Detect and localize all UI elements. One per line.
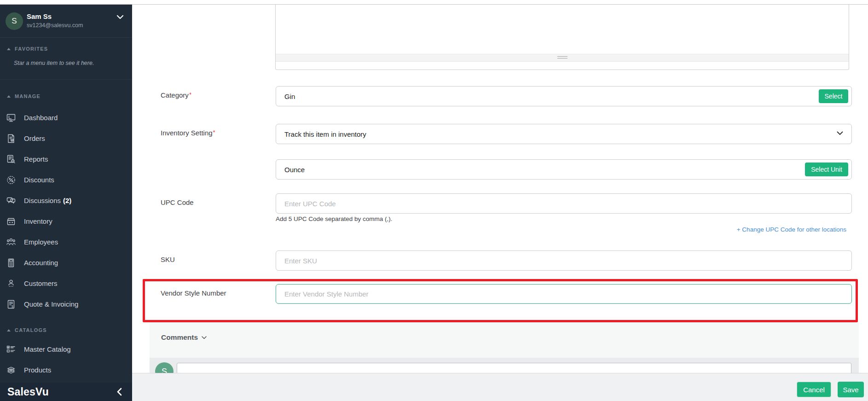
cancel-button[interactable]: Cancel bbox=[797, 382, 831, 397]
select-unit-button[interactable]: Select Unit bbox=[805, 163, 848, 176]
catalogs-header[interactable]: CATALOGS bbox=[0, 327, 132, 333]
sidebar-item-customers[interactable]: Customers bbox=[0, 273, 132, 294]
quote-invoicing-icon: $ bbox=[6, 299, 16, 309]
sidebar-item-label: Orders bbox=[24, 134, 45, 142]
browser-edge-strip bbox=[0, 0, 868, 5]
sidebar-item-accounting[interactable]: Accounting bbox=[0, 252, 132, 273]
discussions-count-badge: (2) bbox=[63, 197, 71, 204]
favorites-empty-note: Star a menu item to see it here. bbox=[14, 60, 132, 66]
action-footer: Cancel Save bbox=[132, 373, 868, 401]
products-icon bbox=[6, 365, 16, 375]
sidebar-item-label: Discounts bbox=[24, 176, 54, 184]
category-value: Gin bbox=[284, 93, 295, 100]
sidebar-item-label: Discussions bbox=[24, 197, 61, 204]
user-name: Sam Ss bbox=[27, 11, 125, 20]
inventory-setting-value: Track this item in inventory bbox=[284, 130, 366, 138]
sidebar-item-inventory[interactable]: Inventory bbox=[0, 211, 132, 232]
category-label: Category* bbox=[161, 91, 191, 99]
sidebar-item-label: Products bbox=[24, 366, 51, 374]
sidebar-item-dashboard[interactable]: Dashboard bbox=[0, 107, 132, 128]
category-select-button[interactable]: Select bbox=[819, 89, 848, 103]
triangle-up-icon bbox=[7, 329, 11, 331]
avatar: S bbox=[6, 12, 23, 30]
sidebar-item-products[interactable]: Products bbox=[0, 360, 132, 380]
sidebar-item-master-catalog[interactable]: Master Catalog bbox=[0, 339, 132, 360]
salesvu-logo: SalesVu bbox=[7, 386, 49, 398]
chevron-left-icon[interactable] bbox=[116, 388, 122, 396]
avatar-initial: S bbox=[12, 17, 17, 26]
chevron-down-icon[interactable] bbox=[116, 15, 124, 19]
sidebar-item-label: Customers bbox=[24, 279, 58, 287]
category-field[interactable]: Gin bbox=[276, 86, 852, 106]
comments-header-label: Comments bbox=[161, 333, 198, 342]
upc-helper-text: Add 5 UPC Code separated by comma (,). bbox=[276, 215, 393, 222]
manage-header[interactable]: MANAGE bbox=[0, 93, 132, 99]
chevron-down-icon[interactable] bbox=[837, 131, 843, 135]
inventory-setting-label: Inventory Setting* bbox=[161, 129, 215, 137]
sku-input[interactable] bbox=[276, 250, 852, 271]
customers-icon bbox=[6, 279, 16, 289]
orders-icon bbox=[6, 134, 16, 144]
discounts-icon bbox=[6, 175, 16, 185]
sidebar-item-discounts[interactable]: Discounts bbox=[0, 169, 132, 190]
inventory-setting-select[interactable]: Track this item in inventory bbox=[276, 124, 852, 144]
svg-text:$: $ bbox=[12, 304, 13, 308]
change-upc-link[interactable]: + Change UPC Code for other locations bbox=[737, 226, 846, 233]
manage-nav: Dashboard Orders Reports Discounts bbox=[0, 107, 132, 314]
favorites-header-label: FAVORITES bbox=[15, 46, 48, 52]
save-button[interactable]: Save bbox=[838, 382, 864, 397]
favorites-header[interactable]: FAVORITES bbox=[0, 46, 132, 52]
manage-header-label: MANAGE bbox=[15, 93, 41, 99]
user-email: sv1234@salesvu.com bbox=[27, 22, 125, 29]
sidebar-item-quote-invoicing[interactable]: $ Quote & Invoicing bbox=[0, 294, 132, 314]
sku-label: SKU bbox=[161, 256, 175, 263]
dashboard-icon bbox=[6, 113, 16, 123]
vendor-style-input[interactable] bbox=[276, 284, 852, 304]
catalogs-header-label: CATALOGS bbox=[15, 327, 47, 333]
comments-section: Comments bbox=[150, 322, 859, 358]
upc-label: UPC Code bbox=[161, 198, 194, 206]
app-window: S Sam Ss sv1234@salesvu.com FAVORITES St… bbox=[0, 0, 868, 401]
sidebar: S Sam Ss sv1234@salesvu.com FAVORITES St… bbox=[0, 5, 132, 401]
sidebar-item-discussions[interactable]: ? Discussions (2) bbox=[0, 190, 132, 211]
accounting-icon bbox=[6, 258, 16, 268]
triangle-up-icon bbox=[7, 95, 11, 98]
favorites-section: FAVORITES Star a menu item to see it her… bbox=[0, 38, 132, 80]
sidebar-item-orders[interactable]: Orders bbox=[0, 128, 132, 149]
sidebar-item-label: Master Catalog bbox=[24, 345, 71, 353]
sidebar-item-label: Employees bbox=[24, 238, 58, 246]
master-catalog-icon bbox=[6, 344, 16, 355]
inventory-icon bbox=[6, 216, 16, 227]
user-profile[interactable]: S Sam Ss sv1234@salesvu.com bbox=[0, 5, 132, 38]
chevron-down-icon bbox=[202, 336, 207, 339]
editor-resize-bar[interactable] bbox=[276, 54, 849, 62]
unit-value: Ounce bbox=[284, 166, 305, 174]
employees-icon bbox=[6, 237, 16, 247]
sidebar-item-label: Reports bbox=[24, 155, 48, 163]
vendor-style-label: Vendor Style Number bbox=[161, 289, 226, 297]
reports-icon bbox=[6, 154, 16, 164]
unit-field[interactable]: Ounce bbox=[276, 159, 852, 180]
upc-input[interactable] bbox=[276, 193, 852, 214]
sidebar-item-employees[interactable]: Employees bbox=[0, 232, 132, 252]
discussions-icon: ? bbox=[6, 196, 16, 206]
description-editor[interactable] bbox=[275, 5, 849, 70]
comments-header[interactable]: Comments bbox=[161, 333, 207, 342]
sidebar-item-label: Inventory bbox=[24, 217, 52, 225]
sidebar-item-label: Accounting bbox=[24, 259, 58, 267]
sidebar-item-reports[interactable]: Reports bbox=[0, 149, 132, 169]
svg-text:?: ? bbox=[12, 199, 13, 202]
triangle-up-icon bbox=[7, 48, 11, 50]
catalogs-nav: Master Catalog Products bbox=[0, 339, 132, 380]
resize-grip-icon bbox=[557, 56, 567, 59]
sidebar-item-label: Quote & Invoicing bbox=[24, 300, 78, 308]
required-asterisk: * bbox=[189, 91, 191, 98]
required-asterisk: * bbox=[213, 129, 215, 136]
sidebar-footer: SalesVu bbox=[0, 383, 132, 401]
sidebar-item-label: Dashboard bbox=[24, 114, 58, 122]
